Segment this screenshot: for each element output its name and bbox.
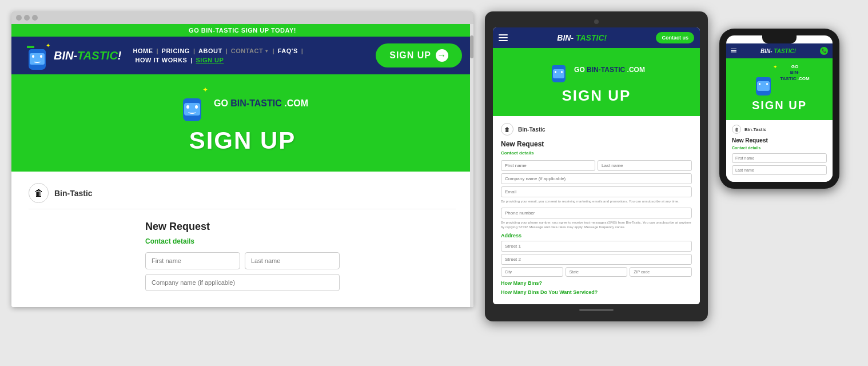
tablet-street2[interactable] — [501, 254, 692, 265]
nav-pricing[interactable]: PRICING — [162, 47, 190, 54]
phone-device: BIN- TASTIC! 📞 ▬ ✦ — [719, 29, 839, 189]
tablet-last-name[interactable] — [598, 160, 692, 171]
tablet-how-many-serviced: How Many Bins Do You Want Serviced? — [501, 289, 692, 295]
ph-mascot-lid: ▬ — [755, 64, 761, 70]
brand-name: Bin-Tastic — [54, 189, 93, 198]
tablet-form-subtitle: Contact details — [501, 150, 692, 156]
phone-form-title: New Request — [732, 137, 827, 144]
mascot-lid: ▬ — [27, 41, 34, 50]
phone-hamburger-menu[interactable] — [731, 49, 736, 54]
hamburger-line-3 — [499, 40, 508, 41]
phone-hero-top: ▬ ✦ GO BIN- TASTIC .COM — [730, 64, 829, 96]
mascot-face-shape — [30, 53, 45, 65]
form-title: New Request — [145, 221, 340, 233]
browser-dot-red[interactable] — [16, 15, 22, 21]
browser-content: GO BIN-TASTIC SIGN UP TODAY! ▬ ✦ — [11, 24, 473, 307]
tablet-home-indicator — [579, 309, 614, 311]
hero-mascot: ▬ ✦ — [177, 86, 208, 121]
tablet-hero: ▬ GO BIN-TASTIC .COM SIGN UP — [493, 48, 700, 116]
tablet-form: 🗑 Bin-Tastic New Request Contact details… — [493, 116, 700, 304]
tablet-contact-button[interactable]: Contact us — [656, 32, 694, 43]
nav-signup-link[interactable]: SIGN UP — [196, 57, 224, 63]
phone-notch — [762, 35, 797, 43]
tablet-city[interactable] — [501, 267, 563, 277]
ph-mascot-eye-r — [766, 83, 768, 85]
scrollbar-thumb[interactable] — [470, 35, 473, 58]
nav-signup-button[interactable]: SIGN UP → — [376, 43, 462, 67]
nav-links-row2: HOW IT WORKS | SIGN UP — [136, 57, 365, 63]
phone-hero-mascot: ▬ ✦ — [749, 64, 778, 96]
phone-screen: BIN- TASTIC! 📞 ▬ ✦ — [726, 35, 833, 182]
phone-hamburger-line-2 — [731, 50, 736, 51]
t-mascot-lid: ▬ — [551, 57, 557, 63]
hero-mascot-face — [184, 103, 200, 116]
browser-dot-yellow[interactable] — [24, 15, 30, 21]
contact-dropdown-arrow: ▼ — [264, 49, 269, 54]
nav-signup-label: SIGN UP — [389, 50, 431, 61]
nav-contact[interactable]: CONTACT ▼ — [231, 47, 269, 54]
nav-how-it-works[interactable]: HOW IT WORKS — [136, 57, 188, 63]
nav-divider-1: | — [157, 47, 158, 54]
browser-dot-green[interactable] — [32, 15, 38, 21]
hero-mascot-eye-l — [186, 105, 189, 109]
tablet-zip[interactable] — [630, 267, 692, 277]
nav-divider-3: | — [226, 47, 228, 54]
tablet-phone[interactable] — [501, 208, 692, 218]
tablet-email[interactable] — [501, 186, 692, 197]
nav-home[interactable]: HOME — [133, 47, 153, 54]
first-name-input[interactable] — [145, 252, 240, 269]
tablet-company-name[interactable] — [501, 173, 692, 184]
phone-hero-title: GO BIN- TASTIC .COM — [780, 64, 809, 82]
brand-icon: 🗑 — [29, 183, 49, 203]
phone-hero: ▬ ✦ GO BIN- TASTIC .COM SIGN UP — [726, 58, 833, 120]
mascot-smile — [34, 60, 41, 63]
nav-faqs[interactable]: FAQ'S — [278, 47, 298, 54]
hero-title-text: GO BIN-TASTIC .COM — [214, 98, 308, 109]
tablet-street1[interactable] — [501, 241, 692, 252]
tablet-state[interactable] — [566, 267, 628, 277]
hero-signup-heading: SIGN UP — [189, 127, 296, 154]
phone-hero-bintastic: BIN- — [780, 70, 809, 75]
phone-brand-name: Bin-Tastic — [744, 127, 766, 132]
hero-mascot-lid: ▬ — [181, 86, 189, 95]
tablet-first-name[interactable] — [501, 160, 595, 171]
phone-hero-tastic: TASTIC .COM — [780, 76, 809, 82]
phone-hero-signup: SIGN UP — [730, 99, 829, 112]
tablet-screen: BIN- TASTIC! Contact us ▬ GO B — [493, 27, 700, 304]
tablet-hero-title: GO BIN-TASTIC .COM — [574, 66, 645, 74]
last-name-input[interactable] — [245, 252, 340, 269]
company-name-input[interactable] — [145, 274, 340, 291]
nav-about[interactable]: ABOUT — [198, 47, 222, 54]
logo-text-wrapper: BIN- TASTIC ! — [54, 49, 122, 62]
tablet-device: BIN- TASTIC! Contact us ▬ GO B — [485, 11, 708, 321]
top-banner: GO BIN-TASTIC SIGN UP TODAY! — [11, 24, 473, 37]
tablet-hero-bintastic: BIN-TASTIC — [587, 66, 625, 74]
phone-first-name[interactable] — [732, 153, 827, 163]
form-subtitle: Contact details — [145, 237, 340, 245]
ph-mascot-eye-l — [759, 83, 761, 85]
phone-call-icon[interactable]: 📞 — [820, 47, 828, 55]
desktop-browser: GO BIN-TASTIC SIGN UP TODAY! ▬ ✦ — [11, 11, 473, 307]
hamburger-line-2 — [499, 37, 508, 38]
tablet-phone-note: By providing your phone number, you agre… — [501, 221, 692, 230]
mascot-eye-right — [40, 55, 42, 58]
phone-nav: BIN- TASTIC! 📞 — [726, 43, 833, 58]
hero-mascot-wand: ✦ — [202, 86, 208, 94]
hero-mascot-smile — [188, 110, 196, 114]
tablet-logo-bin: BIN- — [557, 33, 574, 42]
scrollbar-track[interactable] — [470, 24, 473, 307]
tablet-hamburger-menu[interactable] — [499, 34, 508, 41]
tablet-hero-top: ▬ GO BIN-TASTIC .COM — [499, 57, 694, 82]
phone-hamburger-line-1 — [731, 49, 736, 50]
tablet-name-row — [501, 160, 692, 171]
phone-last-name[interactable] — [732, 165, 827, 175]
t-mascot-eye-r — [561, 71, 563, 73]
phone-form-subtitle: Contact details — [732, 146, 827, 150]
brand-row: 🗑 Bin-Tastic — [29, 183, 456, 209]
mascot-wand: ✦ — [46, 42, 50, 49]
form-name-row — [145, 252, 340, 269]
hero-com: .COM — [284, 98, 308, 108]
mascot-eye-left — [32, 55, 34, 58]
nav-links-wrapper: HOME | PRICING | ABOUT | CONTACT ▼ | FAQ… — [133, 47, 365, 63]
tablet-nav: BIN- TASTIC! Contact us — [493, 27, 700, 48]
